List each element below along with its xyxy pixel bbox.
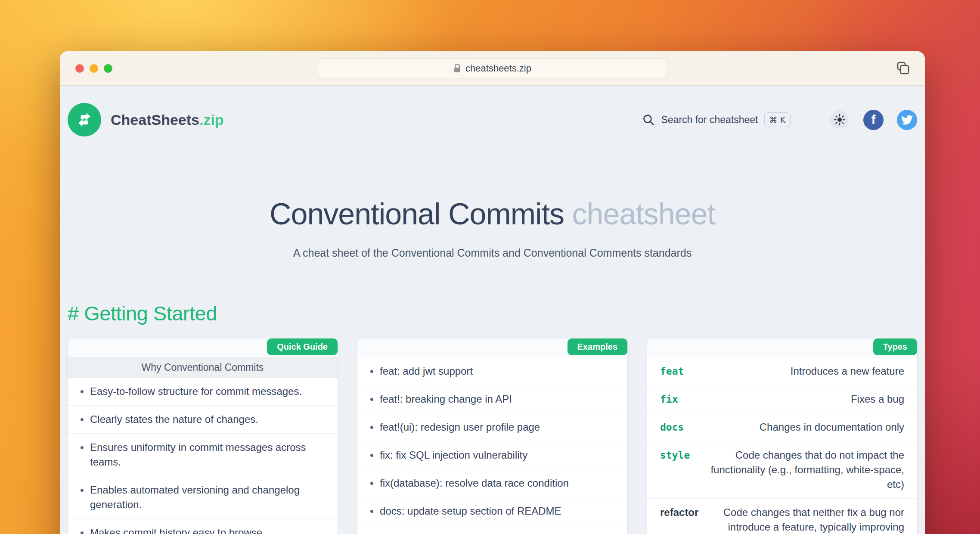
list-item: Makes commit history easy to browse. [68,518,338,534]
list-item: Enables automated versioning and changel… [68,476,338,518]
card-examples: Examples feat: add jwt support feat!: br… [357,338,627,534]
search-button[interactable]: Search for cheatsheet ⌘ K [642,112,791,127]
quick-guide-list: Easy-to-follow structure for commit mess… [68,378,338,534]
cards-grid: Quick Guide Why Conventional Commits Eas… [68,338,917,534]
search-shortcut-kbd: ⌘ K [764,112,791,127]
type-name: feat [660,364,684,379]
table-row: docs Changes in documentation only [647,413,917,441]
type-description: Introduces a new feature [697,364,904,379]
card-badge: Types [873,338,917,355]
type-description: Code changes that neither fix a bug nor … [711,505,904,534]
type-name: style [660,448,690,492]
table-row: style Code changes that do not impact th… [647,441,917,498]
copy-tabs-icon[interactable] [893,60,912,77]
minimize-window-button[interactable] [90,64,98,73]
list-item: Clearly states the nature of changes. [68,405,338,433]
url-text: cheatsheets.zip [465,63,531,74]
card-quick-guide: Quick Guide Why Conventional Commits Eas… [68,338,338,534]
card-table-header: Why Conventional Commits [68,357,338,378]
hero: Conventional Commits cheatsheet A cheat … [68,197,917,259]
type-name: refactor [660,505,698,534]
brand-title: CheatSheets.zip [111,112,224,128]
zoom-window-button[interactable] [104,64,112,73]
sun-icon [834,114,846,126]
types-table: feat Introduces a new feature fix Fixes … [647,357,917,534]
list-item: feat!(ui): redesign user profile page [357,413,627,441]
page-title-muted: cheatsheet [564,197,715,231]
browser-chrome: cheatsheets.zip [60,51,925,86]
close-window-button[interactable] [75,64,84,73]
twitter-icon [901,114,913,126]
list-item: feat: add jwt support [357,357,627,385]
brand-tld: .zip [199,112,224,128]
type-description: Fixes a bug [691,392,904,407]
page-subtitle: A cheat sheet of the Conventional Commit… [68,246,917,259]
list-item: feat!: breaking change in API [357,385,627,413]
page-content: CheatSheets.zip Search for cheatsheet ⌘ … [60,103,925,534]
type-name: fix [660,392,678,407]
table-row: refactor Code changes that neither fix a… [647,498,917,534]
card-badge: Quick Guide [267,338,338,355]
table-row: fix Fixes a bug [647,385,917,413]
list-item: style(login): correct indentation in log… [357,525,627,534]
list-item: Easy-to-follow structure for commit mess… [68,378,338,405]
type-name: docs [660,420,684,435]
cheatsheets-logo-icon [68,103,101,137]
browser-window: cheatsheets.zip CheatSheets.zip [60,51,925,534]
theme-toggle-button[interactable] [830,110,849,129]
card-badge: Examples [568,338,627,355]
type-description: Changes in documentation only [697,420,904,435]
list-item: fix: fix SQL injection vulnerability [357,441,627,469]
brand-link[interactable]: CheatSheets.zip [68,103,224,137]
list-item: fix(database): resolve data race conditi… [357,469,627,497]
facebook-icon: f [871,112,876,127]
lock-icon [453,64,461,73]
site-header: CheatSheets.zip Search for cheatsheet ⌘ … [68,103,917,137]
page-title: Conventional Commits cheatsheet [68,197,917,232]
twitter-button[interactable] [897,110,917,130]
list-item: docs: update setup section of README [357,497,627,525]
type-description: Code changes that do not impact the func… [703,448,904,492]
list-item: Ensures uniformity in commit messages ac… [68,433,338,476]
header-actions: Search for cheatsheet ⌘ K [642,110,917,130]
section-heading: # Getting Started [68,301,917,326]
search-label: Search for cheatsheet [661,114,758,126]
table-row: feat Introduces a new feature [647,357,917,385]
facebook-button[interactable]: f [863,110,884,130]
examples-list: feat: add jwt support feat!: breaking ch… [357,357,627,534]
address-bar[interactable]: cheatsheets.zip [318,59,667,78]
search-icon [642,113,655,126]
card-types: Types feat Introduces a new feature fix … [647,338,917,534]
traffic-lights [75,64,112,73]
